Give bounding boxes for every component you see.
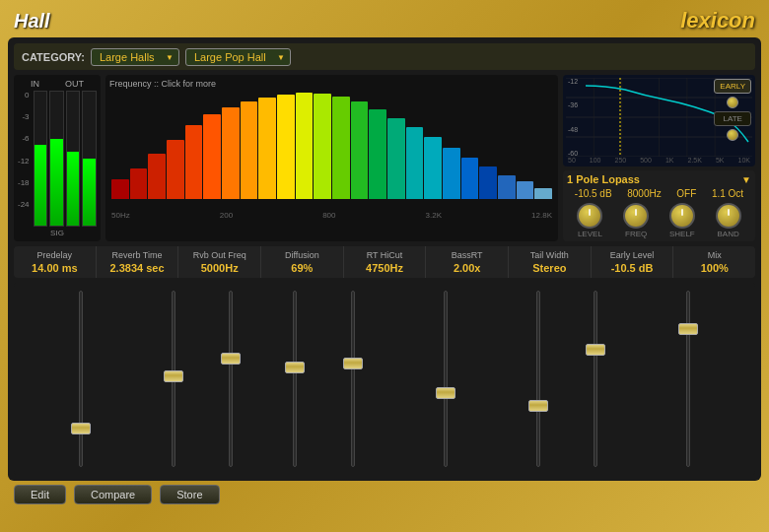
band-knob-item: BAND [716,203,741,238]
param-tail-label: Tail Width [511,250,589,260]
category-row: CATEGORY: Large Halls ▼ Large Pop Hall ▼ [14,43,755,70]
category-select-wrapper: Large Halls ▼ [91,47,179,66]
filter-title: 1 Pole Lopass [567,173,640,185]
shelf-knob-label: SHELF [669,230,695,238]
category-label: CATEGORY: [22,51,85,63]
param-bassrt-value: 2.00x [428,262,506,274]
param-bassrt-label: BassRT [428,250,506,260]
fader-9[interactable] [632,291,745,467]
fader-5-thumb[interactable] [343,358,363,369]
param-predelay-label: Predelay [16,250,94,260]
fader-1-rail [79,291,83,467]
fader-1-thumb[interactable] [71,423,91,434]
params-row: Predelay 14.00 ms Reverb Time 2.3834 sec… [14,246,755,278]
filter-title-row: 1 Pole Lopass ▼ [567,173,751,185]
param-reverb-label: Reverb Time [99,250,176,260]
app-container: Hall lexicon CATEGORY: Large Halls ▼ Lar… [0,0,769,532]
late-knob[interactable] [727,129,738,141]
fader-9-rail [686,291,690,467]
param-predelay[interactable]: Predelay 14.00 ms [14,246,97,278]
early-late-controls: EARLY LATE [714,79,751,141]
fader-7-thumb[interactable] [528,400,548,412]
param-predelay-value: 14.00 ms [16,262,94,274]
level-knob-label: LEVEL [578,230,602,238]
shelf-knob[interactable] [669,203,695,229]
fader-2-thumb[interactable] [164,370,183,382]
fader-8-thumb[interactable] [586,344,605,356]
preset-select[interactable]: Large Pop Hall [185,48,291,66]
fader-5[interactable] [324,291,381,467]
level-knob[interactable] [577,203,602,229]
right-panel: -12 -36 -48 -60 [563,75,755,241]
fader-3[interactable] [203,291,259,467]
vu-in-label: IN [31,79,39,89]
app-title: Hall [14,10,50,33]
param-reverb-time[interactable]: Reverb Time 2.3834 sec [97,246,179,278]
shelf-knob-item: SHELF [669,203,695,238]
level-knob-item: LEVEL [577,203,602,238]
param-hicut-value: 4750Hz [346,262,424,274]
fader-2-rail [172,291,175,467]
param-mix-value: 100% [675,262,753,274]
preset-select-wrapper: Large Pop Hall ▼ [185,47,291,66]
fader-6-thumb[interactable] [436,387,455,399]
early-button[interactable]: EARLY [714,79,751,94]
vu-in-right [49,91,64,227]
category-select[interactable]: Large Halls [91,48,179,66]
vu-out-right [82,91,97,227]
param-tail-value: Stereo [511,262,589,274]
param-tail-width[interactable]: Tail Width Stereo [509,246,592,278]
compare-button[interactable]: Compare [74,485,152,504]
fader-8[interactable] [568,291,624,467]
main-content: CATEGORY: Large Halls ▼ Large Pop Hall ▼… [8,37,761,481]
late-button[interactable]: LATE [714,111,751,126]
param-rt-hicut[interactable]: RT HiCut 4750Hz [344,246,427,278]
fader-5-rail [351,291,355,467]
fader-6[interactable] [388,291,502,467]
param-bassrt[interactable]: BassRT 2.00x [426,246,509,278]
freq-knob[interactable] [623,203,649,229]
fader-4[interactable] [267,291,323,467]
fader-1[interactable] [24,291,137,467]
filter-knobs-row: LEVEL FREQ SHELF BAND [567,203,751,238]
early-knob[interactable] [727,97,738,108]
filter-band-value: 1.1 Oct [712,188,743,199]
filter-dropdown-arrow[interactable]: ▼ [741,174,751,185]
fader-7-rail [536,291,540,467]
filter-values-row: -10.5 dB 8000Hz OFF 1.1 Oct [567,188,751,199]
middle-section: IN OUT 0 -3 -6 -12 -18 -24 [14,75,755,241]
param-diffusion[interactable]: Diffusion 69% [261,246,344,278]
eq-freq-labels: 50 100 250 500 1K 2.5K 5K 10K [566,157,752,164]
fader-3-thumb[interactable] [221,353,241,365]
vu-out-left [66,91,81,227]
fader-3-rail [229,291,233,467]
band-knob-label: BAND [718,230,739,238]
spectrum-label: Frequency :: Click for more [109,79,554,89]
eq-graph: -12 -36 -48 -60 [563,75,755,166]
param-early-level[interactable]: Early Level -10.5 dB [592,246,674,278]
param-reverb-value: 2.3834 sec [99,262,176,274]
fader-4-thumb[interactable] [285,362,305,373]
filter-level-value: -10.5 dB [575,188,612,199]
spectrum-axis: 50Hz 200 800 3.2K 12.8K [109,211,554,220]
edit-button[interactable]: Edit [14,485,66,504]
param-diffusion-value: 69% [263,262,341,274]
freq-knob-item: FREQ [623,203,649,238]
fader-7[interactable] [510,291,566,467]
band-knob[interactable] [716,203,741,229]
fader-group-45 [267,291,381,467]
store-button[interactable]: Store [160,485,219,504]
spectrum-display[interactable] [109,91,554,209]
fader-group-78 [510,291,623,467]
fader-2[interactable] [145,291,201,467]
spectrum-bars [109,91,554,199]
vu-scale: 0 -3 -6 -12 -18 -24 [18,91,32,209]
spectrum-panel[interactable]: Frequency :: Click for more [105,75,558,241]
fader-9-thumb[interactable] [678,323,698,335]
param-mix[interactable]: Mix 100% [673,246,755,278]
param-early-label: Early Level [594,250,671,260]
vu-in-left [34,91,48,227]
fader-6-rail [444,291,448,467]
faders-section [14,283,755,475]
param-rvb-out-freq[interactable]: Rvb Out Freq 5000Hz [178,246,261,278]
